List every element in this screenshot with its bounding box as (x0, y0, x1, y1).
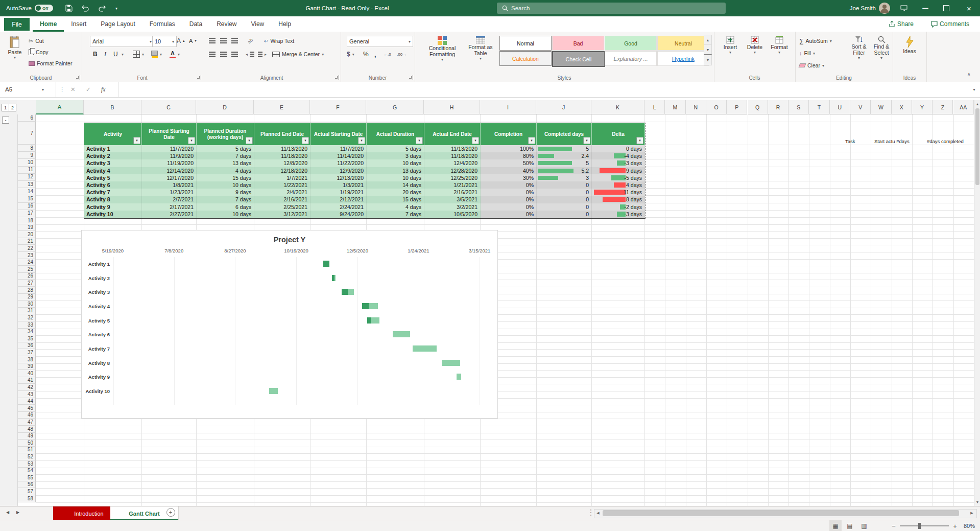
cell-completed_days-row8[interactable]: 0 (537, 196, 592, 203)
row-header-54[interactable]: 54 (17, 468, 36, 475)
filter-button-planned_duration[interactable]: ▾ (246, 137, 253, 144)
column-header-W[interactable]: W (871, 100, 891, 114)
cell-actual_start-row1[interactable]: 11/7/2020 (310, 145, 367, 152)
outline-level-2-button[interactable]: 2 (9, 104, 16, 111)
cell-style-check-cell[interactable]: Check Cell (552, 51, 605, 67)
align-top-button[interactable] (209, 36, 216, 46)
filter-button-actual_end[interactable]: ▾ (472, 137, 479, 144)
cell-planned_end-row10[interactable]: 3/12/2021 (254, 211, 310, 218)
cell-activity-row1[interactable]: Activity 1 (84, 145, 142, 152)
cell-delta-row8[interactable]: 8 days (592, 196, 645, 203)
filter-button-planned_start[interactable]: ▾ (188, 137, 195, 144)
column-header-M[interactable]: M (665, 100, 685, 114)
row-header-36[interactable]: 36 (17, 342, 36, 350)
table-header-planned_duration[interactable]: Planned Duration (working days)▾ (197, 123, 254, 145)
tab-review[interactable]: Review (209, 16, 244, 32)
number-format-select[interactable]: General▾ (347, 36, 413, 47)
column-header-E[interactable]: E (254, 100, 310, 114)
row-header-16[interactable]: 16 (17, 203, 36, 210)
row-header-43[interactable]: 43 (17, 391, 36, 398)
row-header-30[interactable]: 30 (17, 301, 36, 308)
formula-bar-expand-button[interactable]: ▾ (968, 82, 980, 97)
row-header-20[interactable]: 20 (17, 231, 36, 238)
row-header-51[interactable]: 51 (17, 447, 36, 454)
table-header-completion[interactable]: Completion▾ (481, 123, 537, 145)
cell-completion-row8[interactable]: 0% (481, 196, 537, 203)
close-button[interactable]: × (958, 0, 980, 16)
filter-button-actual_start[interactable]: ▾ (358, 137, 365, 144)
cell-actual_end-row4[interactable]: 12/28/2020 (424, 167, 481, 174)
zoom-out-button[interactable]: − (890, 520, 898, 531)
cell-actual_start-row4[interactable]: 12/9/2020 (310, 167, 367, 174)
align-bottom-button[interactable] (231, 36, 238, 46)
row-header-23[interactable]: 23 (17, 252, 36, 259)
decrease-indent-button[interactable]: ◂ (246, 49, 254, 59)
cell-delta-row6[interactable]: 4 days (592, 181, 645, 189)
row-header-53[interactable]: 53 (17, 460, 36, 468)
cell-actual_end-row10[interactable]: 10/5/2020 (424, 211, 481, 218)
h-scroll-right-arrow[interactable]: ▶ (968, 510, 975, 517)
minimize-button[interactable]: ─ (915, 0, 936, 16)
row-header-11[interactable]: 11 (17, 167, 36, 174)
tab-help[interactable]: Help (271, 16, 298, 32)
row-header-48[interactable]: 48 (17, 426, 36, 433)
align-left-button[interactable] (209, 49, 216, 59)
cell-actual_end-row5[interactable]: 12/25/2020 (424, 174, 481, 181)
font-color-button[interactable]: A▾ (170, 49, 180, 59)
cell-completed_days-row10[interactable]: 0 (537, 211, 592, 218)
merge-center-button[interactable]: Merge & Center▾ (272, 49, 324, 59)
tab-scrollbar-splitter[interactable]: ⋮ (588, 506, 593, 518)
comments-button[interactable]: Comments (931, 16, 969, 32)
row-header-58[interactable]: 58 (17, 495, 36, 502)
cell-completion-row9[interactable]: 0% (481, 203, 537, 211)
cell-style-normal[interactable]: Normal (499, 36, 552, 51)
row-header-8[interactable]: 8 (17, 145, 36, 152)
cell-activity-row7[interactable]: Activity 7 (84, 189, 142, 196)
row-header-15[interactable]: 15 (17, 195, 36, 202)
row-header-50[interactable]: 50 (17, 440, 36, 447)
column-header-D[interactable]: D (196, 100, 254, 114)
cell-actual_end-row1[interactable]: 11/13/2020 (424, 145, 481, 152)
column-header-A[interactable]: A (36, 100, 84, 114)
cell-style-explanatory-[interactable]: Explanatory ... (605, 51, 657, 66)
scroll-up-arrow[interactable]: ▲ (975, 100, 980, 107)
cell-actual_end-row9[interactable]: 3/2/2021 (424, 203, 481, 211)
cell-planned_end-row2[interactable]: 11/18/2020 (254, 152, 310, 159)
cell-completion-row7[interactable]: 0% (481, 189, 537, 196)
cell-completed_days-row5[interactable]: 3 (537, 174, 592, 181)
cell-planned_start-row7[interactable]: 1/23/2021 (142, 189, 197, 196)
find-select-button[interactable]: Find & Select▾ (871, 34, 892, 75)
cell-planned_start-row2[interactable]: 11/9/2020 (142, 152, 197, 159)
cell-completion-row3[interactable]: 50% (481, 159, 537, 167)
cell-planned_end-row7[interactable]: 2/4/2021 (254, 189, 310, 196)
avatar[interactable] (878, 0, 891, 16)
column-header-P[interactable]: P (727, 100, 747, 114)
cell-completion-row4[interactable]: 40% (481, 167, 537, 174)
cell-actual_duration-row4[interactable]: 13 days (367, 167, 424, 174)
cell-actual_start-row3[interactable]: 11/22/2020 (310, 159, 367, 167)
orientation-button[interactable]: ab (245, 35, 256, 47)
cell-planned_duration-row7[interactable]: 9 days (197, 189, 254, 196)
table-header-planned_end[interactable]: Planned End Date▾ (254, 123, 310, 145)
tab-page-layout[interactable]: Page Layout (93, 16, 142, 32)
row-header-42[interactable]: 42 (17, 384, 36, 391)
cell-actual_duration-row8[interactable]: 15 days (367, 196, 424, 203)
page-break-view-button[interactable]: ▥ (858, 520, 870, 531)
column-header-U[interactable]: U (830, 100, 850, 114)
outline-collapse-button[interactable]: - (2, 117, 9, 124)
row-header-24[interactable]: 24 (17, 259, 36, 266)
cell-actual_duration-row6[interactable]: 14 days (367, 181, 424, 189)
cell-actual_start-row9[interactable]: 2/24/2021 (310, 203, 367, 211)
row-header-37[interactable]: 37 (17, 349, 36, 356)
cell-planned_end-row4[interactable]: 12/18/2020 (254, 167, 310, 174)
table-header-delta[interactable]: Delta▾ (592, 123, 645, 145)
formula-input[interactable] (118, 82, 967, 97)
format-painter-button[interactable]: Format Painter (29, 58, 72, 68)
table-header-planned_start[interactable]: Planned Starting Date▾ (142, 123, 197, 145)
percent-style-button[interactable]: % (363, 49, 369, 59)
increase-font-button[interactable]: A▴ (177, 36, 185, 46)
font-family-select[interactable]: Arial▾ (90, 36, 154, 47)
cell-delta-row10[interactable]: -3 days (592, 211, 645, 218)
cell-completion-row10[interactable]: 0% (481, 211, 537, 218)
decrease-font-button[interactable]: A▾ (189, 36, 197, 46)
